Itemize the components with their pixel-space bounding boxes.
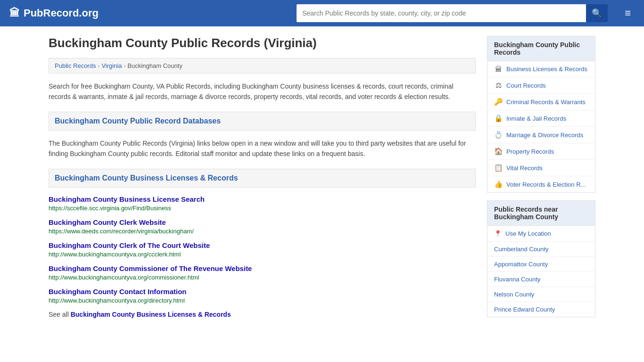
- search-bar: 🔍: [297, 4, 608, 22]
- record-url-4: http://www.buckinghamcountyva.org/direct…: [49, 297, 185, 304]
- see-all-link[interactable]: Buckingham County Business Licenses & Re…: [71, 311, 231, 318]
- business-icon: 🏛: [494, 65, 503, 73]
- see-all-line: See all Buckingham County Business Licen…: [49, 311, 476, 318]
- sidebar-item-voter[interactable]: 👍 Voter Records & Election R...: [487, 176, 595, 192]
- sidebar-nearby-box: Public Records near Buckingham County 📍 …: [487, 200, 595, 317]
- record-entry-0: Buckingham County Business License Searc…: [49, 195, 476, 212]
- search-icon: 🔍: [592, 8, 602, 18]
- record-url-0: https://sccefile.scc.virginia.gov/Find/B…: [49, 205, 171, 212]
- record-url-2: http://www.buckinghamcountyva.org/cccler…: [49, 251, 181, 258]
- location-pin-icon: 📍: [494, 230, 502, 237]
- court-icon: ⚖: [494, 81, 503, 90]
- breadcrumb-link-virginia[interactable]: Virginia: [101, 62, 122, 69]
- search-input[interactable]: [297, 4, 586, 22]
- menu-button[interactable]: ≡: [621, 5, 635, 21]
- search-button[interactable]: 🔍: [586, 4, 608, 22]
- hamburger-icon: ≡: [625, 7, 631, 19]
- sidebar-label-inmate: Inmate & Jail Records: [506, 115, 566, 122]
- business-section-header: Buckingham County Business Licenses & Re…: [49, 169, 476, 188]
- record-link-3[interactable]: Buckingham County Commissioner of The Re…: [49, 264, 476, 272]
- inmate-icon: 🔒: [494, 114, 503, 123]
- breadcrumb-link-public-records[interactable]: Public Records: [55, 62, 96, 69]
- nearby-county-0[interactable]: Cumberland County: [487, 242, 595, 257]
- sidebar-label-voter: Voter Records & Election R...: [506, 181, 586, 188]
- sidebar-label-vital: Vital Records: [506, 165, 543, 172]
- breadcrumb: Public Records › Virginia › Buckingham C…: [49, 58, 476, 74]
- logo-text: PubRecord.org: [24, 7, 99, 19]
- record-entry-2: Buckingham County Clerk of The Court Web…: [49, 241, 476, 258]
- record-link-2[interactable]: Buckingham County Clerk of The Court Web…: [49, 241, 476, 249]
- sidebar-main-title: Buckingham County Public Records: [487, 36, 595, 61]
- sidebar-item-marriage[interactable]: 💍 Marriage & Divorce Records: [487, 127, 595, 143]
- record-link-1[interactable]: Buckingham County Clerk Website: [49, 218, 476, 226]
- use-location-label: Use My Location: [505, 230, 551, 237]
- nearby-county-1[interactable]: Appomattox County: [487, 257, 595, 272]
- sidebar-item-court[interactable]: ⚖ Court Records: [487, 77, 595, 94]
- record-entry-1: Buckingham County Clerk Website https://…: [49, 218, 476, 235]
- nearby-county-4[interactable]: Prince Edward County: [487, 302, 595, 317]
- vital-icon: 📋: [494, 164, 503, 172]
- databases-section-header: Buckingham County Public Record Database…: [49, 112, 476, 131]
- voter-icon: 👍: [494, 180, 503, 189]
- record-url-3: http://www.buckinghamcountyva.org/commis…: [49, 274, 199, 281]
- sidebar-label-business: Business Licenses & Records: [506, 66, 587, 73]
- nearby-county-3[interactable]: Nelson County: [487, 287, 595, 302]
- page-container: Buckingham County Public Records (Virgin…: [39, 26, 605, 318]
- breadcrumb-current: Buckingham County: [128, 62, 182, 69]
- sidebar-main-box: Buckingham County Public Records 🏛 Busin…: [487, 36, 595, 193]
- record-link-0[interactable]: Buckingham County Business License Searc…: [49, 195, 476, 203]
- sidebar: Buckingham County Public Records 🏛 Busin…: [487, 36, 595, 318]
- sidebar-item-business[interactable]: 🏛 Business Licenses & Records: [487, 61, 595, 77]
- page-title: Buckingham County Public Records (Virgin…: [49, 36, 476, 50]
- use-location-button[interactable]: 📍 Use My Location: [487, 226, 595, 242]
- page-description: Search for free Buckingham County, VA Pu…: [49, 81, 476, 102]
- property-icon: 🏠: [494, 147, 503, 156]
- criminal-icon: 🔑: [494, 98, 503, 106]
- sidebar-item-property[interactable]: 🏠 Property Records: [487, 143, 595, 160]
- sidebar-nearby-title: Public Records near Buckingham County: [487, 201, 595, 226]
- site-logo[interactable]: 🏛 PubRecord.org: [9, 7, 99, 19]
- databases-description: The Buckingham County Public Records (Vi…: [49, 138, 476, 159]
- breadcrumb-sep-2: ›: [124, 63, 126, 69]
- sidebar-item-criminal[interactable]: 🔑 Criminal Records & Warrants: [487, 94, 595, 110]
- marriage-icon: 💍: [494, 131, 503, 139]
- sidebar-label-marriage: Marriage & Divorce Records: [506, 132, 583, 139]
- sidebar-item-vital[interactable]: 📋 Vital Records: [487, 160, 595, 176]
- record-entry-3: Buckingham County Commissioner of The Re…: [49, 264, 476, 281]
- sidebar-label-property: Property Records: [506, 148, 554, 155]
- logo-icon: 🏛: [9, 7, 20, 19]
- record-entry-4: Buckingham County Contact Information ht…: [49, 288, 476, 304]
- sidebar-item-inmate[interactable]: 🔒 Inmate & Jail Records: [487, 110, 595, 127]
- record-list: Buckingham County Business License Searc…: [49, 195, 476, 304]
- nearby-county-2[interactable]: Fluvanna County: [487, 272, 595, 287]
- record-link-4[interactable]: Buckingham County Contact Information: [49, 288, 476, 296]
- main-content: Buckingham County Public Records (Virgin…: [49, 36, 476, 318]
- record-url-1: https://www.deeds.com/recorder/virginia/…: [49, 228, 194, 235]
- sidebar-label-court: Court Records: [506, 82, 546, 89]
- breadcrumb-sep-1: ›: [98, 63, 99, 69]
- sidebar-label-criminal: Criminal Records & Warrants: [506, 99, 586, 106]
- site-header: 🏛 PubRecord.org 🔍 ≡: [0, 0, 644, 26]
